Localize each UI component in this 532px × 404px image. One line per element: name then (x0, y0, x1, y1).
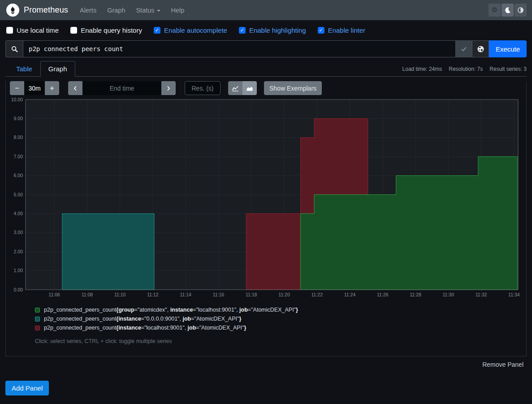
query-input[interactable] (23, 40, 456, 57)
chevron-right-icon (166, 85, 171, 91)
remove-panel-row: Remove Panel (0, 361, 523, 369)
stacked-area-icon (246, 85, 253, 91)
chart-type-toggle (228, 81, 257, 95)
option-enable-linter[interactable]: Enable linter (318, 26, 365, 34)
settings-button[interactable]: ⚙ (489, 4, 501, 17)
range-increase-button[interactable]: + (45, 81, 59, 95)
contrast-icon (517, 7, 524, 13)
chevron-down-icon (157, 10, 160, 12)
line-chart-icon (232, 85, 239, 91)
x-tick-label: 11:22 (311, 292, 323, 297)
option-enable-query-history[interactable]: Enable query history (70, 26, 142, 34)
checkbox-enable-autocomplete[interactable] (154, 27, 160, 34)
time-back-button[interactable] (68, 81, 82, 95)
metrics-explorer-button[interactable] (472, 40, 489, 57)
line-chart-toggle-button[interactable] (228, 81, 242, 95)
y-tick-label: 2.00 (14, 249, 23, 254)
gear-icon: ⚙ (492, 7, 497, 13)
stat-resolution: Resolution: 7s (449, 66, 483, 72)
series-area-teal[interactable] (62, 213, 154, 290)
checkbox-enable-highlighting[interactable] (239, 27, 246, 34)
y-tick-label: 6.00 (14, 173, 23, 178)
y-tick-label: 4.00 (14, 211, 23, 216)
y-tick-label: 3.00 (14, 230, 23, 235)
stat-load-time: Load time: 24ms (402, 66, 442, 72)
legend-item-red[interactable]: p2p_connected_peers_count{instance="loca… (35, 325, 526, 331)
range-decrease-button[interactable]: − (10, 81, 24, 95)
range-control: − + (10, 81, 59, 95)
nav-link-status[interactable]: Status (136, 7, 160, 14)
query-bar: Execute (5, 40, 527, 57)
resolution-input[interactable] (185, 81, 221, 95)
end-time-control (68, 81, 176, 95)
option-enable-highlighting[interactable]: Enable highlighting (239, 26, 306, 34)
x-tick-label: 11:12 (147, 292, 159, 297)
execute-button[interactable]: Execute (489, 40, 527, 57)
option-use-local-time[interactable]: Use local time (6, 26, 59, 34)
x-tick-label: 11:08 (82, 292, 93, 297)
end-time-input[interactable] (82, 81, 161, 95)
checkbox-enable-query-history[interactable] (70, 27, 77, 34)
nav-link-graph[interactable]: Graph (107, 7, 125, 14)
nav-links: Alerts Graph Status Help (80, 7, 184, 14)
search-addon (5, 40, 23, 57)
x-tick-label: 11:26 (377, 292, 389, 297)
x-tick-label: 11:30 (443, 292, 454, 297)
brand-title: Prometheus (24, 5, 68, 15)
checkbox-use-local-time[interactable] (6, 27, 13, 34)
x-tick-label: 11:14 (180, 292, 191, 297)
x-tick-label: 11:32 (476, 292, 487, 297)
moon-icon (504, 7, 511, 13)
dark-theme-button[interactable] (502, 4, 514, 17)
add-panel-button[interactable]: Add Panel (5, 381, 49, 395)
nav-link-alerts[interactable]: Alerts (80, 7, 96, 14)
graph-controls: − + (10, 81, 526, 95)
search-icon (11, 46, 18, 52)
checkbox-enable-linter[interactable] (318, 27, 324, 34)
x-tick-label: 11:18 (246, 292, 257, 297)
tab-table[interactable]: Table (8, 61, 40, 77)
check-icon (460, 45, 467, 52)
remove-panel-link[interactable]: Remove Panel (482, 361, 523, 368)
chart[interactable]: 11:0611:0811:1011:1211:1411:1611:1811:20… (10, 98, 526, 299)
query-stats: Load time: 24ms Resolution: 7s Result se… (402, 66, 527, 76)
x-tick-label: 11:24 (344, 292, 356, 297)
query-valid-button[interactable] (456, 40, 472, 57)
x-tick-label: 11:16 (213, 292, 225, 297)
legend-label: p2p_connected_peers_count{instance="0.0.… (44, 316, 241, 322)
y-tick-label: 8.00 (14, 135, 23, 140)
legend-swatch (35, 326, 40, 330)
prometheus-logo-icon (6, 4, 19, 17)
x-tick-label: 11:20 (278, 292, 290, 297)
globe-icon (477, 45, 484, 53)
tabs-row: Table Graph Load time: 24ms Resolution: … (5, 61, 527, 77)
show-exemplars-button[interactable]: Show Exemplars (264, 81, 322, 95)
y-tick-label: 9.00 (14, 116, 23, 121)
options-row: Use local time Enable query history Enab… (0, 20, 532, 39)
legend-item-green[interactable]: p2p_connected_peers_count{group="atomicd… (35, 307, 526, 313)
nav-link-help[interactable]: Help (171, 7, 185, 14)
legend-item-teal[interactable]: p2p_connected_peers_count{instance="0.0.… (35, 316, 526, 322)
x-tick-label: 11:10 (114, 292, 126, 297)
legend-label: p2p_connected_peers_count{instance="loca… (44, 325, 246, 331)
stacked-chart-toggle-button[interactable] (242, 81, 257, 95)
x-tick-label: 11:34 (508, 292, 520, 297)
legend-hint: Click: select series, CTRL + click: togg… (35, 338, 526, 344)
time-forward-button[interactable] (161, 81, 176, 95)
stat-result-series: Result series: 3 (489, 66, 527, 72)
legend: p2p_connected_peers_count{group="atomicd… (35, 307, 526, 331)
auto-theme-button[interactable] (515, 4, 527, 17)
y-tick-label: 5.00 (14, 192, 23, 197)
graph-panel: − + (5, 81, 527, 356)
navbar: Prometheus Alerts Graph Status Help ⚙ (0, 0, 532, 20)
y-tick-label: 0.00 (14, 287, 23, 292)
y-tick-label: 1.00 (14, 268, 23, 273)
legend-swatch (35, 317, 40, 321)
option-enable-autocomplete[interactable]: Enable autocomplete (154, 26, 227, 34)
brand[interactable]: Prometheus (6, 4, 68, 17)
legend-swatch (35, 308, 40, 313)
y-tick-label: 10.00 (11, 98, 23, 102)
tab-graph[interactable]: Graph (40, 61, 75, 77)
chevron-left-icon (73, 85, 78, 91)
range-input[interactable] (24, 81, 45, 95)
